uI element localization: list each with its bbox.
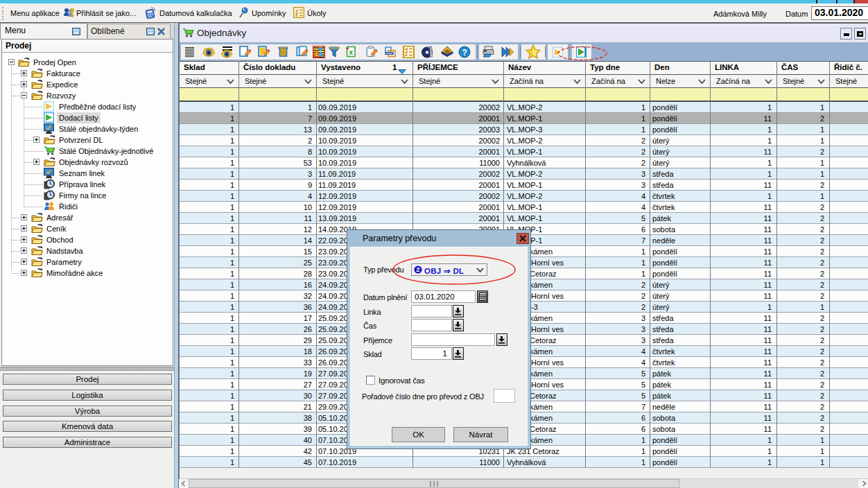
svg-text:x: x [349, 49, 353, 56]
svg-text:?: ? [462, 48, 467, 58]
